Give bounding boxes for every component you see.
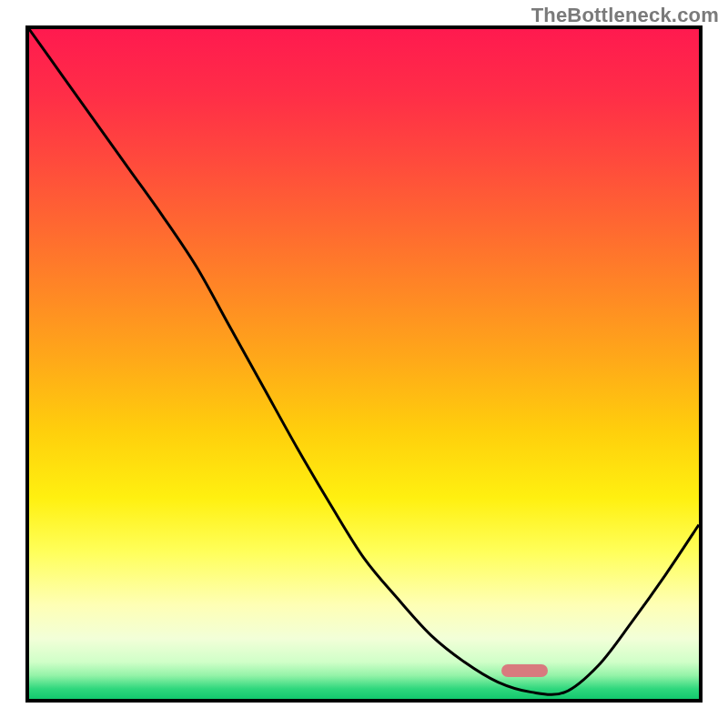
- gradient-background: [29, 29, 699, 699]
- watermark-text: TheBottleneck.com: [531, 4, 719, 27]
- plot-inner: [29, 29, 699, 699]
- plot-border: [25, 25, 703, 703]
- optimal-marker: [501, 664, 549, 678]
- svg-rect-0: [29, 29, 699, 699]
